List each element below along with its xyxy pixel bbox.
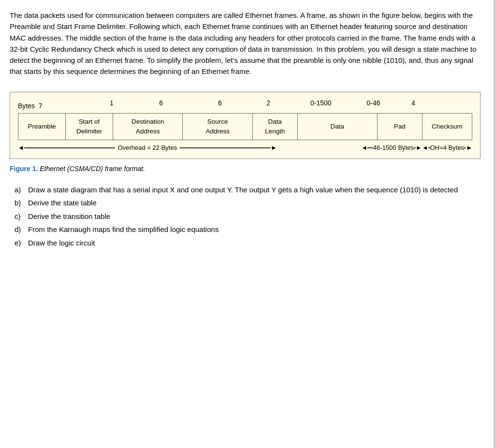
byte-val-7: 0-46 [354, 98, 392, 108]
q-text-e: Draw the logic circuit [28, 238, 95, 249]
byte-val-5: 2 [249, 98, 287, 108]
right-arrowhead-oh: ► [466, 143, 472, 153]
cell-pad: Pad [377, 113, 422, 140]
intro-paragraph: The data packets used for communication … [10, 10, 480, 77]
overhead-hline-left [24, 147, 115, 148]
cell-source-address: SourceAddress [183, 113, 252, 140]
q-letter-a: a) [15, 185, 25, 196]
left-arrowhead: ◄ [18, 143, 24, 153]
overhead-hline-right [180, 147, 271, 148]
right-arrows-section: ◄ 46-1500 Bytes ► ◄ OH=4 Bytes ► [277, 143, 472, 153]
question-e: e) Draw the logic circuit [15, 238, 480, 249]
byte-val-3: 6 [131, 98, 190, 108]
cell-start-delimiter: Start ofDelimiter [66, 113, 113, 140]
diagram-wrapper: Bytes 7 1 6 6 2 0-1500 0-46 4 Preamble S… [10, 92, 480, 159]
frame-table: Preamble Start ofDelimiter DestinationAd… [18, 113, 472, 141]
byte-val-1 [52, 98, 92, 108]
cell-preamble: Preamble [18, 113, 66, 140]
question-d: d) From the Karnaugh maps find the simpl… [15, 224, 480, 235]
question-a: a) Draw a state diagram that has a seria… [15, 185, 480, 196]
cell-checksum: Checksum [422, 113, 472, 140]
q-letter-d: d) [15, 224, 25, 235]
byte-val-6: 0-1500 [287, 98, 354, 108]
right-arrowhead-data: ► [416, 143, 422, 153]
q-text-d: From the Karnaugh maps find the simplifi… [28, 224, 218, 235]
cell-data: Data [297, 113, 377, 140]
cell-data-length: DataLength [252, 113, 297, 140]
question-b: b) Derive the state table [15, 198, 480, 209]
q-letter-b: b) [15, 198, 25, 209]
q-text-b: Derive the state table [28, 198, 97, 209]
byte-val-2: 1 [92, 98, 132, 108]
q-text-a: Draw a state diagram that has a serial i… [28, 185, 458, 196]
byte-val-8: 4 [393, 98, 435, 108]
oh4-label: OH=4 Bytes [430, 143, 464, 153]
figure-caption-italic: Ethernet (CSMA/CD) frame format. [40, 165, 145, 173]
right-arrowhead-overhead: ► [271, 143, 277, 153]
cell-dest-address: DestinationAddress [113, 113, 183, 140]
q-letter-e: e) [15, 238, 25, 249]
left-arrowhead-data: ◄ [361, 143, 367, 153]
questions-list: a) Draw a state diagram that has a seria… [10, 185, 480, 249]
bytes-header-row: Bytes 7 1 6 6 2 0-1500 0-46 4 [18, 98, 472, 111]
byte-val-4: 6 [190, 98, 249, 108]
figure-label-bold: Figure 1. [10, 165, 38, 173]
arrows-row: ◄ Overhead = 22 Bytes ► ◄ 46-1500 Bytes … [18, 143, 472, 153]
left-arrowhead-oh: ◄ [422, 143, 428, 153]
overhead-arrow-section: ◄ Overhead = 22 Bytes ► [18, 143, 277, 153]
byte-values: 1 6 6 2 0-1500 0-46 4 [52, 98, 472, 108]
q-letter-c: c) [15, 211, 25, 222]
question-c: c) Derive the transition table [15, 211, 480, 222]
bytes-label: Bytes 7 [18, 101, 52, 111]
q-text-c: Derive the transition table [28, 211, 110, 222]
bytes46-1500-label: 46-1500 Bytes [373, 143, 414, 153]
figure-caption: Figure 1. Ethernet (CSMA/CD) frame forma… [10, 164, 480, 174]
data-hline [367, 147, 373, 148]
overhead-label: Overhead = 22 Bytes [115, 143, 180, 153]
